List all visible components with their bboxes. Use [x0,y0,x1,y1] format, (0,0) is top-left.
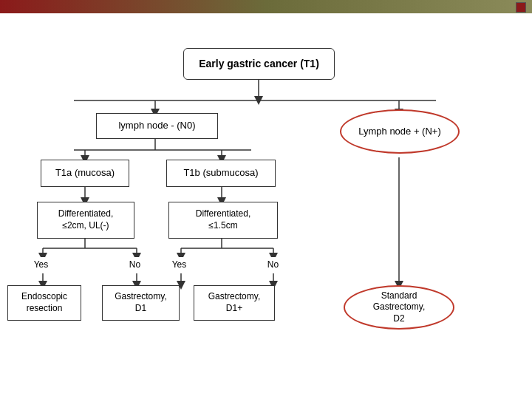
lymph-neg-node: lymph node - (N0) [96,113,218,139]
endoscopic-node: Endoscopic resection [7,285,81,321]
gastrectomy-d1-node: Gastrectomy, D1 [102,285,180,321]
t1b-node: T1b (submucosa) [166,160,276,187]
diff-t1a-node: Differentiated, ≤2cm, UL(-) [37,202,134,239]
standard-gastrectomy-node: Standard Gastrectomy, D2 [344,285,454,330]
t1a-node: T1a (mucosa) [41,160,129,187]
no-t1b-node: No [253,257,293,273]
no-t1a-node: No [115,257,155,273]
lymph-pos-node: Lymph node + (N+) [340,109,460,154]
diff-t1b-node: Differentiated, ≤1.5cm [168,202,278,239]
yes-t1b-node: Yes [159,257,200,273]
root-node: Early gastric cancer (T1) [183,48,335,80]
gastrectomy-d1plus-node: Gastrectomy, D1+ [194,285,275,321]
header-bar [0,0,532,13]
yes-t1a-node: Yes [21,257,61,273]
diagram-area: Early gastric cancer (T1) lymph node - (… [0,13,532,399]
